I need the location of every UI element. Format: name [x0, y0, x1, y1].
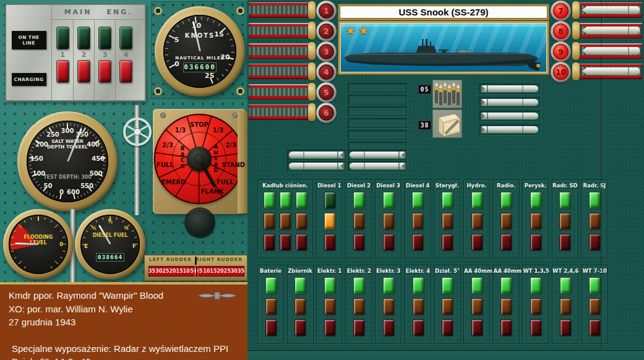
depth-tick-label: 0: [59, 189, 64, 195]
engine-panel-columns-section: MAIN ENG. 1234: [52, 5, 145, 100]
rudder-scale-left-35: 35: [148, 266, 155, 276]
bow-reserve-empty-slot: [348, 118, 407, 128]
gauge-tick: [62, 244, 66, 244]
gauge-tick: [103, 217, 104, 220]
stern-tube-9-button[interactable]: 9: [551, 41, 571, 62]
gauge-tick: [134, 237, 137, 238]
status-light-column: [500, 277, 512, 336]
special-equipment-line2: Działo 5'', AA 2x 40mm: [12, 355, 247, 360]
ship-profile-view: ★★: [338, 21, 549, 74]
status-panel-label: Diesel 4: [405, 182, 431, 189]
status-lights: [494, 192, 519, 251]
valve-handwheel[interactable]: [123, 118, 152, 146]
bow-tube-1: [249, 2, 316, 18]
status-light-red: [324, 234, 335, 251]
stern-tube-7-button[interactable]: 7: [551, 1, 571, 21]
status-light-orange: [264, 213, 275, 229]
status-light-orange: [471, 298, 483, 315]
status-lights: [582, 192, 607, 251]
submarine-dolphins-badge-icon: [197, 291, 238, 302]
status-panel-label: Elektr. 4: [405, 268, 431, 274]
depth-gauge-label2: DEPTH TO KEEL: [47, 144, 88, 150]
status-light-green: [560, 277, 571, 294]
bow-tube-4-button[interactable]: 4: [316, 62, 337, 82]
tube-button-number: 8: [553, 24, 569, 39]
status-light-red: [264, 234, 275, 251]
status-light-red: [296, 234, 307, 251]
stern-tube-7: [572, 2, 642, 18]
bow-reserve-empty-slot: [348, 83, 407, 93]
status-panel-wt-2-4-6: WT 2,4,6: [552, 265, 578, 344]
status-panel-diesel-2: Diesel 2: [346, 179, 372, 259]
status-light-red: [353, 234, 364, 251]
status-panel-label: Dział. 5": [435, 268, 460, 274]
gauge-tick: [165, 54, 168, 56]
gauge-tick: [201, 17, 202, 20]
status-panel-elektr-2: Elektr. 2: [346, 265, 372, 344]
stern-tube-9: [572, 43, 642, 59]
gauge-tick: [84, 193, 86, 195]
status-light-column: [500, 192, 512, 251]
stern-tube-8-button[interactable]: 8: [551, 21, 571, 41]
telegraph-knob[interactable]: [186, 209, 213, 236]
submarine-management-screen: ON THE LINE CHARGING MAIN ENG. 1234 KNOT…: [0, 0, 644, 360]
status-lights: [464, 192, 489, 251]
status-panel-label: Sterygł.: [434, 182, 460, 189]
shell-icon: [435, 82, 438, 103]
gauge-tick: [132, 230, 134, 232]
engine-telegraph-dial[interactable]: STOP1/32/3FULLEMERG1/32/3STANDFULLFLANKB…: [154, 114, 244, 204]
status-light-orange: [296, 213, 307, 229]
flooding-gauge: FLOODING LEVEL 0: [9, 215, 68, 274]
status-light-column: [353, 192, 364, 251]
status-panel-label: WT 7-10: [582, 268, 608, 274]
status-light-green: [559, 192, 570, 208]
status-panel-label: WT 2,4,6: [552, 268, 578, 274]
gauge-tick: [82, 244, 87, 244]
status-light-green: [383, 277, 394, 294]
gauge-tick: [30, 150, 33, 152]
bow-tube-4: [249, 64, 316, 79]
stern-tube-10-button[interactable]: 10: [551, 62, 571, 82]
bow-tube-3-button[interactable]: 3: [316, 41, 337, 62]
gauge-tick: [103, 165, 106, 166]
bow-tube-1-button[interactable]: 1: [316, 1, 337, 21]
status-light-green: [294, 277, 306, 294]
status-light-green: [471, 277, 483, 294]
engine-1-online-lamp: [56, 27, 69, 49]
rudder-scale-right-30: 30: [231, 266, 238, 276]
status-light-orange: [265, 298, 277, 315]
status-light-orange: [559, 213, 570, 229]
tube-body: [249, 2, 311, 18]
status-panel-dzia-5: Dział. 5": [434, 265, 461, 344]
gauge-tick: [228, 64, 231, 66]
depth-tick-label: 300: [61, 127, 74, 134]
telegraph-ahead-stand: STAND: [221, 161, 245, 168]
bolt-icon: [154, 7, 162, 15]
tube-cap-icon: [308, 83, 316, 101]
status-light-red: [559, 234, 570, 251]
loaded-torpedo: [582, 47, 640, 55]
speed-tick-label: 25: [205, 71, 214, 79]
rudder-scale-right-35: 35: [238, 266, 244, 276]
status-lights: [346, 192, 372, 251]
gauge-tick: [177, 25, 179, 28]
bow-reserve-loaded-slot: [287, 161, 346, 171]
status-panel-diesel-1: Diesel 1: [316, 179, 343, 259]
status-light-green: [589, 192, 600, 208]
speed-tick-label: 5: [174, 35, 179, 43]
rudder-scale-left-20: 20: [169, 266, 176, 276]
gauge-tick: [95, 184, 97, 186]
bolt-icon: [236, 87, 244, 95]
status-panel-label: AA 40mm: [464, 268, 489, 274]
shell-icon: [457, 84, 460, 105]
stern-reserve-loaded-slot: [479, 111, 540, 121]
engine-2-number: 2: [82, 51, 87, 59]
submarine-silhouette: [341, 39, 548, 74]
engine-telegraph-plate: STOP1/32/3FULLEMERG1/32/3STANDFULLFLANKB…: [153, 109, 246, 214]
left-rudder-label: LEFT RUDDER: [149, 257, 192, 262]
status-light-column: [383, 277, 394, 336]
bow-tube-2-button[interactable]: 2: [316, 21, 337, 41]
gauge-tick: [56, 125, 57, 127]
status-panel-label: Elektr. 3: [376, 268, 401, 274]
shell-icon: [452, 82, 455, 103]
